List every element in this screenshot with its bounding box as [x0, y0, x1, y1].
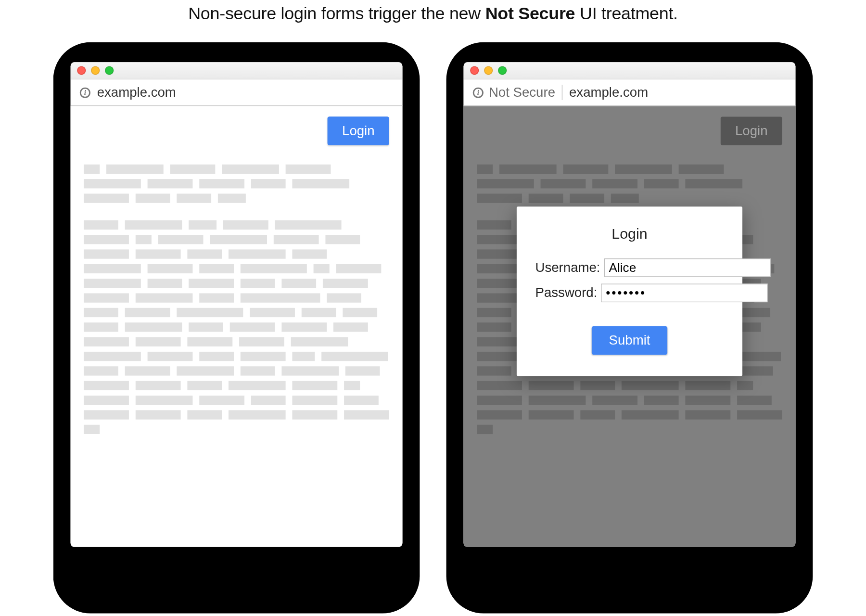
login-button[interactable]: Login [721, 116, 782, 145]
address-bar[interactable]: i example.com [71, 79, 403, 106]
username-label: Username: [535, 260, 600, 275]
page-content: Login [71, 106, 403, 547]
maximize-icon[interactable] [105, 66, 114, 75]
modal-title: Login [611, 225, 647, 242]
info-icon[interactable]: i [80, 87, 90, 97]
not-secure-label: Not Secure [489, 85, 562, 100]
window-titlebar [71, 62, 403, 79]
page-content: Login [463, 106, 795, 547]
device-frame-right: i Not Secure example.com Login [446, 42, 813, 613]
placeholder-paragraph [84, 220, 389, 434]
login-button[interactable]: Login [328, 116, 389, 145]
browser-window-left: i example.com Login [71, 62, 403, 547]
login-modal: Login Username: Password: Submit [517, 206, 742, 376]
url-text: example.com [568, 85, 648, 100]
placeholder-paragraph [84, 164, 389, 203]
minimize-icon[interactable] [484, 66, 493, 75]
window-titlebar [463, 62, 795, 79]
address-bar[interactable]: i Not Secure example.com [463, 79, 795, 106]
url-text: example.com [96, 85, 176, 100]
minimize-icon[interactable] [91, 66, 100, 75]
caption-highlight: Not Secure [485, 3, 575, 23]
close-icon[interactable] [77, 66, 86, 75]
caption-prefix: Non-secure login forms trigger the new [188, 3, 485, 23]
device-frame-left: i example.com Login [53, 42, 420, 613]
caption: Non-secure login forms trigger the new N… [53, 3, 813, 24]
caption-suffix: UI treatment. [575, 3, 677, 23]
browser-window-right: i Not Secure example.com Login [463, 62, 795, 547]
close-icon[interactable] [470, 66, 479, 75]
submit-button[interactable]: Submit [592, 326, 668, 354]
maximize-icon[interactable] [498, 66, 507, 75]
info-icon[interactable]: i [473, 87, 484, 97]
password-input[interactable] [601, 283, 768, 302]
placeholder-paragraph [477, 164, 782, 203]
password-label: Password: [535, 285, 598, 300]
username-input[interactable] [604, 258, 771, 277]
